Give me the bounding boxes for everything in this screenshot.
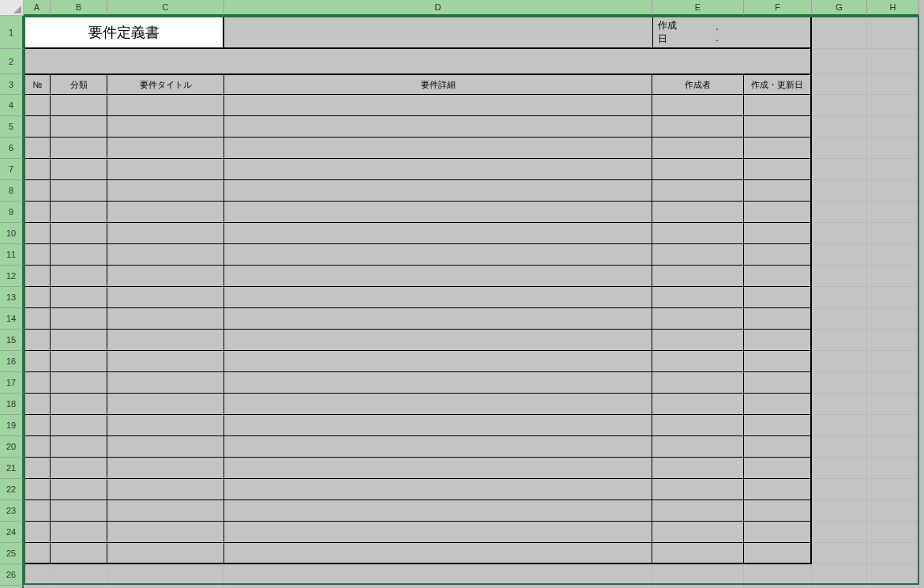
cell-B17[interactable] (51, 372, 107, 394)
spreadsheet-grid[interactable]: A B C D E F G H 1 要件定義書 作成日 . . 2 3 № 分類… (0, 0, 924, 588)
cell-G20[interactable] (812, 436, 867, 458)
cell-H1[interactable] (867, 16, 919, 49)
cell-B8[interactable] (51, 180, 107, 202)
cell-H7[interactable] (867, 159, 919, 180)
col-header-C[interactable]: C (107, 0, 224, 16)
row-header-23[interactable]: 23 (0, 500, 24, 522)
cell-C6[interactable] (107, 138, 224, 159)
row-header-8[interactable]: 8 (0, 180, 24, 202)
cell-B4[interactable] (51, 95, 107, 116)
cell-E22[interactable] (652, 479, 744, 500)
cell-E13[interactable] (652, 287, 744, 308)
row-header-2[interactable]: 2 (0, 49, 24, 74)
cell-B23[interactable] (51, 500, 107, 522)
row-header-18[interactable]: 18 (0, 394, 24, 415)
cell-F10[interactable] (744, 223, 812, 244)
cell-D5[interactable] (224, 116, 652, 138)
row-header-17[interactable]: 17 (0, 372, 24, 394)
cell-C25[interactable] (107, 543, 224, 564)
cell-E17[interactable] (652, 372, 744, 394)
row-header-13[interactable]: 13 (0, 287, 24, 308)
cell-D7[interactable] (224, 159, 652, 180)
cell-H21[interactable] (867, 458, 919, 479)
cell-E7[interactable] (652, 159, 744, 180)
cell-E4[interactable] (652, 95, 744, 116)
header-no[interactable]: № (24, 74, 51, 95)
cell-D23[interactable] (224, 500, 652, 522)
row-header-3[interactable]: 3 (0, 74, 24, 95)
cell-B13[interactable] (51, 287, 107, 308)
cell-F26[interactable] (744, 564, 812, 586)
row-header-16[interactable]: 16 (0, 351, 24, 372)
row-header-6[interactable]: 6 (0, 138, 24, 159)
cell-G5[interactable] (812, 116, 867, 138)
cell-E6[interactable] (652, 138, 744, 159)
cell-A5[interactable] (24, 116, 51, 138)
cell-G12[interactable] (812, 266, 867, 287)
cell-G14[interactable] (812, 308, 867, 330)
cell-C21[interactable] (107, 458, 224, 479)
cell-G23[interactable] (812, 500, 867, 522)
row-header-10[interactable]: 10 (0, 223, 24, 244)
cell-F18[interactable] (744, 394, 812, 415)
cell-F15[interactable] (744, 330, 812, 351)
document-title[interactable]: 要件定義書 (24, 16, 224, 49)
cell-G13[interactable] (812, 287, 867, 308)
cell-D22[interactable] (224, 479, 652, 500)
row-header-5[interactable]: 5 (0, 116, 24, 138)
cell-D6[interactable] (224, 138, 652, 159)
row-header-11[interactable]: 11 (0, 244, 24, 266)
cell-E9[interactable] (652, 202, 744, 223)
cell-H5[interactable] (867, 116, 919, 138)
cell-A20[interactable] (24, 436, 51, 458)
cell-H25[interactable] (867, 543, 919, 564)
cell-D10[interactable] (224, 223, 652, 244)
cell-D16[interactable] (224, 351, 652, 372)
cell-C22[interactable] (107, 479, 224, 500)
spacer-row-2[interactable] (24, 49, 812, 74)
col-header-B[interactable]: B (51, 0, 107, 16)
cell-C18[interactable] (107, 394, 224, 415)
cell-F20[interactable] (744, 436, 812, 458)
cell-H23[interactable] (867, 500, 919, 522)
cell-F4[interactable] (744, 95, 812, 116)
row-header-24[interactable]: 24 (0, 522, 24, 543)
row-header-4[interactable]: 4 (0, 95, 24, 116)
cell-H11[interactable] (867, 244, 919, 266)
cell-D18[interactable] (224, 394, 652, 415)
cell-C14[interactable] (107, 308, 224, 330)
cell-A9[interactable] (24, 202, 51, 223)
cell-D19[interactable] (224, 415, 652, 436)
cell-E21[interactable] (652, 458, 744, 479)
cell-C17[interactable] (107, 372, 224, 394)
cell-G21[interactable] (812, 458, 867, 479)
row-header-25[interactable]: 25 (0, 543, 24, 564)
cell-D13[interactable] (224, 287, 652, 308)
cell-E18[interactable] (652, 394, 744, 415)
cell-D12[interactable] (224, 266, 652, 287)
cell-H18[interactable] (867, 394, 919, 415)
cell-E8[interactable] (652, 180, 744, 202)
cell-F14[interactable] (744, 308, 812, 330)
cell-B12[interactable] (51, 266, 107, 287)
row-header-19[interactable]: 19 (0, 415, 24, 436)
cell-D20[interactable] (224, 436, 652, 458)
select-all-corner[interactable] (0, 0, 24, 16)
creation-date-cell[interactable]: 作成日 . . (652, 16, 812, 49)
row-header-21[interactable]: 21 (0, 458, 24, 479)
cell-C13[interactable] (107, 287, 224, 308)
cell-F16[interactable] (744, 351, 812, 372)
cell-F6[interactable] (744, 138, 812, 159)
cell-G17[interactable] (812, 372, 867, 394)
cell-E15[interactable] (652, 330, 744, 351)
cell-A18[interactable] (24, 394, 51, 415)
cell-F23[interactable] (744, 500, 812, 522)
cell-F13[interactable] (744, 287, 812, 308)
cell-E24[interactable] (652, 522, 744, 543)
cell-H24[interactable] (867, 522, 919, 543)
cell-F8[interactable] (744, 180, 812, 202)
cell-F19[interactable] (744, 415, 812, 436)
cell-B16[interactable] (51, 351, 107, 372)
cell-G16[interactable] (812, 351, 867, 372)
cell-B22[interactable] (51, 479, 107, 500)
